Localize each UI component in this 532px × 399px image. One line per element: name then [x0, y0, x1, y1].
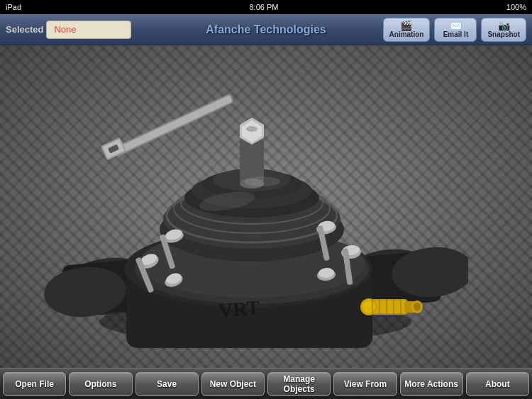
svg-point-62 [245, 176, 280, 186]
animation-button[interactable]: 🎬 Animation [383, 18, 431, 42]
bottom-btn-save[interactable]: Save [135, 372, 199, 396]
email-button[interactable]: ✉️ Email It [434, 18, 477, 42]
app-title: Afanche Technologies [206, 23, 326, 36]
bottom-btn-about[interactable]: About [466, 372, 529, 396]
bottom-btn-more-actions[interactable]: More Actions [400, 372, 463, 396]
email-icon: ✉️ [450, 21, 462, 30]
animation-icon: 🎬 [400, 21, 412, 30]
battery-label: 100% [506, 3, 526, 11]
svg-point-46 [362, 300, 375, 313]
snapshot-label: Snapshot [487, 30, 520, 38]
main-canvas[interactable]: VRT [0, 45, 532, 368]
snapshot-icon: 📷 [498, 21, 510, 30]
svg-point-49 [414, 303, 421, 311]
bottom-btn-open-file[interactable]: Open File [3, 372, 66, 396]
selected-label: Selected [6, 24, 43, 35]
selected-value[interactable]: None [46, 21, 131, 39]
top-toolbar: Selected None Afanche Technologies 🎬 Ani… [0, 14, 532, 45]
animation-label: Animation [389, 30, 424, 38]
email-label: Email It [443, 30, 469, 38]
svg-text:VRT: VRT [218, 296, 261, 322]
status-bar: iPad 8:06 PM 100% [0, 0, 532, 14]
bottom-btn-manage-objects[interactable]: Manage Objects [267, 372, 331, 396]
toolbar-right: 🎬 Animation ✉️ Email It 📷 Snapshot [383, 18, 526, 42]
bottom-btn-new-object[interactable]: New Object [201, 372, 265, 396]
time-label: 8:06 PM [249, 3, 278, 11]
svg-point-26 [246, 126, 257, 132]
bottom-btn-view-from[interactable]: View From [333, 372, 397, 396]
svg-rect-56 [112, 95, 233, 156]
valve-container: VRT [43, 67, 468, 357]
bottom-btn-options[interactable]: Options [69, 372, 132, 396]
snapshot-button[interactable]: 📷 Snapshot [481, 18, 526, 42]
device-label: iPad [6, 3, 21, 11]
bottom-toolbar: Open FileOptionsSaveNew ObjectManage Obj… [0, 368, 532, 399]
